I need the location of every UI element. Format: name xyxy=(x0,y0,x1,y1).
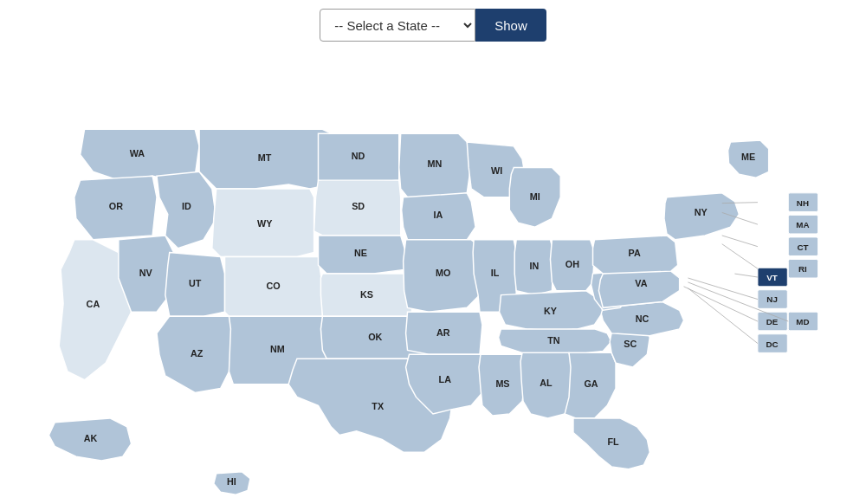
state-ms[interactable] xyxy=(479,354,527,416)
svg-line-44 xyxy=(734,274,758,277)
svg-line-45 xyxy=(722,236,758,247)
svg-line-50 xyxy=(688,288,757,344)
us-map-svg: WA OR CA NV ID MT WY UT CO AZ NM ND SD N… xyxy=(0,48,866,504)
state-ar[interactable] xyxy=(406,312,482,354)
state-me[interactable] xyxy=(728,140,769,178)
map-container: WA OR CA NV ID MT WY UT CO AZ NM ND SD N… xyxy=(0,48,866,504)
state-wa[interactable] xyxy=(81,129,199,180)
state-ct-box[interactable] xyxy=(788,237,818,256)
state-hi[interactable] xyxy=(214,472,250,495)
state-in[interactable] xyxy=(514,240,553,295)
state-co[interactable] xyxy=(225,256,323,316)
state-ny[interactable] xyxy=(664,193,739,240)
state-fl[interactable] xyxy=(573,418,650,469)
state-ma-box[interactable] xyxy=(788,215,818,234)
state-ak[interactable] xyxy=(48,418,131,461)
state-nv[interactable] xyxy=(119,236,174,312)
state-select[interactable]: -- Select a State -- Alabama Alaska Ariz… xyxy=(320,9,475,42)
state-ut[interactable] xyxy=(165,253,225,317)
show-button[interactable]: Show xyxy=(475,9,546,42)
state-al[interactable] xyxy=(520,352,573,418)
state-sd[interactable] xyxy=(314,180,401,236)
state-id[interactable] xyxy=(157,171,216,248)
state-ks[interactable] xyxy=(320,274,411,316)
svg-line-47 xyxy=(722,244,758,268)
state-nj-box[interactable] xyxy=(758,290,787,309)
top-bar: -- Select a State -- Alabama Alaska Ariz… xyxy=(0,0,866,48)
state-ga[interactable] xyxy=(565,352,616,418)
state-dc-box[interactable] xyxy=(758,334,787,353)
state-ky[interactable] xyxy=(500,291,604,331)
state-oh[interactable] xyxy=(550,240,594,291)
state-ia[interactable] xyxy=(402,193,475,240)
state-mn[interactable] xyxy=(399,133,471,197)
state-az[interactable] xyxy=(157,316,233,392)
state-ne[interactable] xyxy=(319,236,406,274)
state-md-box[interactable] xyxy=(788,312,818,331)
state-de-box[interactable] xyxy=(758,312,787,331)
state-nh-box[interactable] xyxy=(788,193,818,212)
svg-line-48 xyxy=(684,287,758,321)
state-vt-box[interactable] xyxy=(758,268,787,287)
state-mi[interactable] xyxy=(509,167,560,227)
state-or[interactable] xyxy=(74,176,157,240)
state-ri-box[interactable] xyxy=(788,259,818,278)
state-mt[interactable] xyxy=(199,129,331,189)
state-nd[interactable] xyxy=(319,133,399,184)
state-tn[interactable] xyxy=(499,329,612,352)
state-wy[interactable] xyxy=(212,189,314,257)
state-pa[interactable] xyxy=(593,236,678,274)
